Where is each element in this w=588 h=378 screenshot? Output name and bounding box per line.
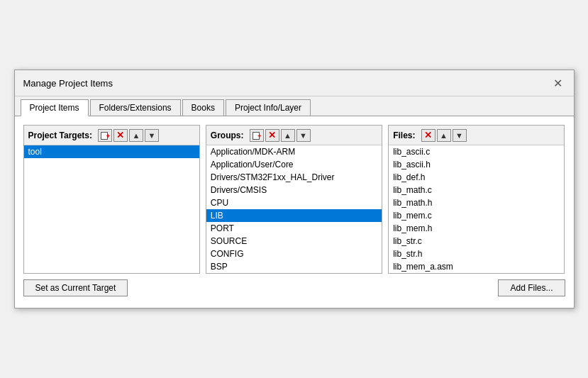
tab-books[interactable]: Books	[182, 99, 224, 116]
targets-header: Project Targets: ✕ ▲ ▼	[24, 126, 199, 145]
targets-toolbar: ✕ ▲ ▼	[98, 129, 159, 142]
new-icon	[252, 131, 262, 140]
list-item[interactable]: lib_mem_a.asm	[389, 260, 564, 273]
panels-row: Project Targets: ✕ ▲ ▼	[23, 125, 565, 274]
new-icon	[100, 131, 110, 140]
up-icon: ▲	[133, 131, 140, 140]
down-icon: ▼	[148, 131, 156, 140]
list-item[interactable]: lib_ascii.h	[389, 158, 564, 171]
groups-title: Groups:	[211, 130, 244, 140]
groups-header: Groups: ✕ ▲ ▼	[206, 126, 382, 145]
tab-project-info-layer[interactable]: Project Info/Layer	[226, 99, 311, 116]
targets-new-button[interactable]	[98, 129, 112, 142]
files-down-button[interactable]: ▼	[453, 129, 467, 142]
list-item[interactable]: lib_mem.c	[389, 209, 564, 222]
list-item[interactable]: Drivers/STM32F1xx_HAL_Driver	[206, 171, 382, 184]
footer-left: Set as Current Target	[23, 279, 128, 296]
groups-up-button[interactable]: ▲	[281, 129, 295, 142]
targets-up-button[interactable]: ▲	[129, 129, 143, 142]
files-panel: Files: ✕ ▲ ▼ lib_ascii.clib_asci	[388, 125, 565, 274]
footer-right: Add Files...	[498, 279, 565, 296]
list-item[interactable]: PORT	[206, 222, 382, 235]
up-icon: ▲	[440, 131, 448, 140]
title-bar: Manage Project Items ✕	[15, 70, 574, 96]
list-item[interactable]: lib_def.h	[389, 171, 564, 184]
files-delete-button[interactable]: ✕	[421, 129, 436, 142]
list-item[interactable]: lib_math.c	[389, 184, 564, 196]
list-item[interactable]: Application/User/Core	[206, 158, 382, 171]
tab-folders-extensions[interactable]: Folders/Extensions	[90, 99, 181, 116]
targets-down-button[interactable]: ▼	[145, 129, 159, 142]
groups-delete-button[interactable]: ✕	[265, 129, 279, 142]
list-item[interactable]: lib_math.h	[389, 196, 564, 209]
targets-delete-button[interactable]: ✕	[113, 129, 128, 142]
list-item[interactable]: LIB	[206, 209, 382, 222]
tab-project-items[interactable]: Project Items	[21, 99, 89, 116]
project-targets-panel: Project Targets: ✕ ▲ ▼	[23, 125, 200, 274]
targets-title: Project Targets:	[28, 130, 92, 140]
list-item[interactable]: lib_mem.h	[389, 222, 564, 235]
dialog-title: Manage Project Items	[23, 78, 113, 89]
files-header: Files: ✕ ▲ ▼	[389, 126, 564, 145]
dialog-body: Project Targets: ✕ ▲ ▼	[15, 116, 574, 308]
files-toolbar: ✕ ▲ ▼	[421, 129, 467, 142]
list-item[interactable]: CONFIG	[206, 248, 382, 260]
set-current-target-button[interactable]: Set as Current Target	[23, 279, 128, 296]
groups-panel: Groups: ✕ ▲ ▼	[206, 125, 382, 274]
list-item[interactable]: lib_str.h	[389, 248, 564, 260]
list-item[interactable]: BSP	[206, 260, 382, 273]
groups-toolbar: ✕ ▲ ▼	[250, 129, 311, 142]
groups-list: Application/MDK-ARMApplication/User/Core…	[206, 145, 382, 273]
delete-icon: ✕	[424, 130, 432, 140]
close-button[interactable]: ✕	[551, 76, 565, 90]
delete-icon: ✕	[116, 130, 124, 140]
groups-new-button[interactable]	[250, 129, 264, 142]
files-list: lib_ascii.clib_ascii.hlib_def.hlib_math.…	[389, 145, 564, 273]
dialog-footer: Set as Current Target Add Files...	[23, 274, 565, 299]
list-item[interactable]: Application/MDK-ARM	[206, 145, 382, 158]
down-icon: ▼	[455, 131, 463, 140]
files-up-button[interactable]: ▲	[437, 129, 451, 142]
up-icon: ▲	[284, 131, 292, 140]
down-icon: ▼	[299, 131, 307, 140]
list-item[interactable]: SOURCE	[206, 235, 382, 248]
list-item[interactable]: Drivers/CMSIS	[206, 184, 382, 196]
manage-project-dialog: Manage Project Items ✕ Project Items Fol…	[14, 70, 575, 308]
list-item[interactable]: tool	[24, 145, 199, 158]
add-files-button[interactable]: Add Files...	[498, 279, 565, 296]
groups-down-button[interactable]: ▼	[296, 129, 311, 142]
list-item[interactable]: lib_str.c	[389, 235, 564, 248]
targets-list: tool	[24, 145, 199, 273]
files-title: Files:	[393, 130, 415, 140]
delete-icon: ✕	[268, 130, 276, 140]
list-item[interactable]: lib_ascii.c	[389, 145, 564, 158]
list-item[interactable]: CPU	[206, 196, 382, 209]
tab-bar: Project Items Folders/Extensions Books P…	[15, 96, 574, 116]
